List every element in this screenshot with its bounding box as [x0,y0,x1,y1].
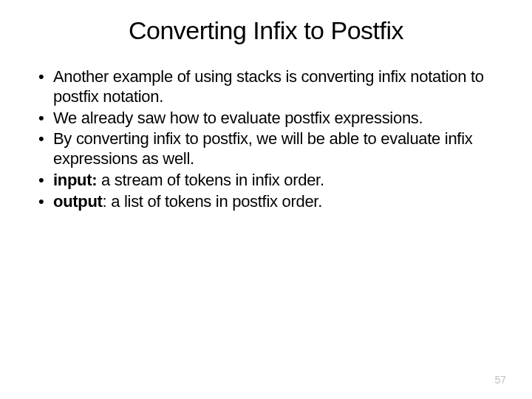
bullet-text: We already saw how to evaluate postfix e… [53,109,423,127]
bullet-text: By converting infix to postfix, we will … [53,129,472,168]
bullet-text: Another example of using stacks is conve… [53,67,484,106]
bullet-text: : a list of tokens in postfix order. [103,192,322,211]
list-item: input: a stream of tokens in infix order… [37,171,495,191]
list-item: We already saw how to evaluate postfix e… [37,109,495,129]
slide-content: Another example of using stacks is conve… [0,67,532,212]
slide-title: Converting Infix to Postfix [0,0,532,67]
list-item: Another example of using stacks is conve… [37,67,495,107]
bullet-list: Another example of using stacks is conve… [37,67,495,212]
bullet-label: input: [53,171,97,189]
list-item: output: a list of tokens in postfix orde… [37,192,495,212]
bullet-label: output [53,192,103,211]
list-item: By converting infix to postfix, we will … [37,129,495,169]
bullet-text: a stream of tokens in infix order. [97,171,324,189]
page-number: 57 [494,374,506,386]
